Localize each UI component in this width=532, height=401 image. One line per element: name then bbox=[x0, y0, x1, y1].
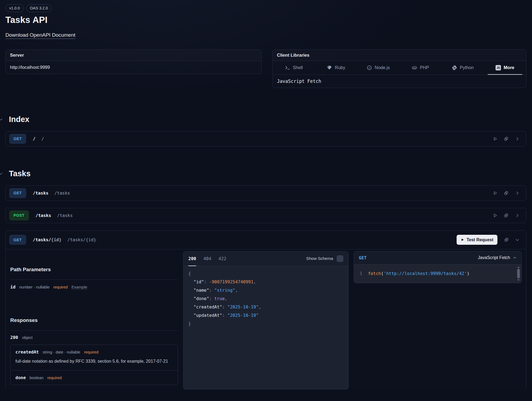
version-badge: v1.0.0 bbox=[5, 4, 24, 12]
endpoint-path-secondary: /tasks bbox=[57, 213, 73, 218]
method-badge-get: GET bbox=[9, 188, 26, 198]
code-token: : bbox=[209, 296, 214, 301]
property-type: string · date · nullable bbox=[43, 350, 80, 354]
endpoint-row-get-tasks[interactable]: GET /tasks /tasks bbox=[5, 185, 526, 201]
server-libraries-row: Server http://localhost:9999 Client Libr… bbox=[5, 49, 526, 88]
copy-icon[interactable] bbox=[504, 237, 509, 242]
show-schema-checkbox[interactable] bbox=[337, 255, 343, 262]
svg-text:php: php bbox=[413, 67, 416, 69]
param-example-link[interactable]: Example bbox=[72, 285, 87, 290]
status-tab-200[interactable]: 200 bbox=[188, 252, 196, 266]
svg-text:JS: JS bbox=[368, 67, 370, 69]
schema-property-createdAt: createdAt string · date · nullable requi… bbox=[11, 345, 178, 370]
download-openapi-link[interactable]: Download OpenAPI Document bbox=[5, 32, 75, 38]
code-token: 'http://localhost:9999/tasks/42' bbox=[384, 271, 467, 276]
tasks-section-header: Tasks bbox=[5, 169, 526, 178]
chevron-up-icon bbox=[513, 256, 517, 260]
language-select[interactable]: JavaScript Fetch bbox=[478, 255, 517, 260]
tab-label: Shell bbox=[293, 65, 303, 70]
code-line: } bbox=[188, 320, 343, 328]
chevron-right-icon[interactable] bbox=[515, 213, 520, 218]
method-badge-get: GET bbox=[9, 235, 26, 245]
request-sample-panel: GET JavaScript Fetch 1 fetch('http://loc… bbox=[354, 251, 522, 283]
collapse-tasks-icon[interactable] bbox=[0, 171, 3, 176]
code-token: } bbox=[188, 321, 191, 326]
request-sample-code: 1 fetch('http://localhost:9999/tasks/42'… bbox=[354, 264, 521, 283]
code-token: , bbox=[235, 288, 238, 293]
endpoint-detail: Path Parameters id number · nullable req… bbox=[6, 249, 526, 389]
endpoint-header[interactable]: GET /tasks/{id} /tasks/{id} Test Request bbox=[6, 231, 526, 249]
scrollbar[interactable] bbox=[517, 266, 520, 281]
chevron-down-icon[interactable] bbox=[515, 237, 520, 242]
scroll-down-arrow[interactable] bbox=[517, 279, 520, 281]
code-line: "updatedAt": "2025-10-19" bbox=[188, 311, 343, 320]
endpoint-row-post-tasks[interactable]: POST /tasks /tasks bbox=[5, 208, 526, 223]
javascript-icon: JS bbox=[496, 65, 501, 70]
code-token bbox=[188, 279, 193, 284]
code-token: , bbox=[259, 304, 261, 310]
play-request-icon[interactable] bbox=[493, 191, 497, 195]
code-token: : bbox=[222, 304, 227, 310]
tab-python[interactable]: Python bbox=[441, 61, 484, 74]
property-name: createdAt bbox=[15, 349, 39, 355]
property-required-badge: required bbox=[84, 350, 98, 354]
python-icon bbox=[452, 65, 457, 70]
response-schema-box: createdAt string · date · nullable requi… bbox=[10, 345, 178, 385]
tab-shell[interactable]: Shell bbox=[273, 61, 315, 74]
code-token: , bbox=[253, 279, 256, 284]
tab-php[interactable]: php PHP bbox=[399, 61, 441, 74]
response-example-header: 200 404 422 Show Schema bbox=[183, 252, 348, 266]
chevron-right-icon[interactable] bbox=[515, 191, 520, 195]
chevron-right-icon[interactable] bbox=[515, 137, 520, 141]
endpoint-row-get-root[interactable]: GET / / bbox=[5, 131, 526, 147]
code-line: "id": -9007199254740991, bbox=[188, 278, 343, 286]
responses-title: Responses bbox=[10, 317, 178, 323]
tab-nodejs[interactable]: JS Node.js bbox=[357, 61, 399, 74]
section-title-index: Index bbox=[9, 115, 29, 124]
status-tab-422[interactable]: 422 bbox=[219, 252, 226, 266]
status-tab-404[interactable]: 404 bbox=[203, 252, 211, 266]
code-token bbox=[188, 304, 193, 310]
line-number: 1 bbox=[354, 271, 368, 276]
scroll-up-arrow[interactable] bbox=[517, 266, 520, 268]
tab-label: Node.js bbox=[375, 65, 390, 70]
copy-icon[interactable] bbox=[504, 213, 508, 218]
method-badge-get: GET bbox=[9, 134, 26, 144]
client-libraries-title: Client Libraries bbox=[273, 50, 526, 61]
response-example-panel: 200 404 422 Show Schema { "id": -9007199… bbox=[183, 251, 349, 389]
play-request-icon[interactable] bbox=[493, 137, 497, 141]
copy-icon[interactable] bbox=[504, 137, 508, 141]
server-url[interactable]: http://localhost:9999 bbox=[6, 61, 261, 74]
code-token: { bbox=[188, 271, 191, 276]
response-status: 200 bbox=[10, 335, 18, 340]
copy-icon[interactable] bbox=[504, 191, 508, 195]
code-token: "2025-10-19" bbox=[227, 313, 259, 318]
play-filled-icon bbox=[461, 238, 464, 242]
response-status-row: 200 object bbox=[10, 331, 178, 345]
method-badge-post: POST bbox=[9, 210, 29, 220]
code-token: : bbox=[204, 279, 209, 284]
php-icon: php bbox=[412, 65, 417, 70]
code-line: "done": true, bbox=[188, 294, 343, 303]
server-card-title: Server bbox=[6, 50, 261, 61]
code-token: , bbox=[225, 296, 227, 301]
collapse-index-icon[interactable] bbox=[0, 117, 3, 122]
path-param: {id} bbox=[51, 237, 62, 242]
endpoint-card-get-task-by-id: GET /tasks/{id} /tasks/{id} Test Request… bbox=[5, 230, 526, 389]
endpoint-path-secondary: /tasks/{id} bbox=[68, 237, 96, 242]
scrollbar-thumb[interactable] bbox=[517, 269, 520, 278]
play-request-icon[interactable] bbox=[493, 213, 497, 218]
code-token bbox=[188, 288, 193, 293]
version-badges: v1.0.0 OAS 3.2.0 bbox=[5, 4, 526, 12]
tab-label: More bbox=[504, 65, 514, 70]
endpoint-path: /tasks bbox=[33, 191, 49, 196]
oas-badge: OAS 3.2.0 bbox=[26, 4, 52, 12]
code-token: "createdAt" bbox=[193, 304, 222, 310]
tab-ruby[interactable]: Ruby bbox=[315, 61, 357, 74]
show-schema-label: Show Schema bbox=[306, 256, 333, 261]
tab-more[interactable]: JS More bbox=[484, 61, 526, 74]
api-reference-page: v1.0.0 OAS 3.2.0 Tasks API Download Open… bbox=[0, 0, 532, 389]
tab-label: Ruby bbox=[335, 65, 345, 70]
code-token: "name" bbox=[193, 288, 209, 293]
test-request-button[interactable]: Test Request bbox=[457, 235, 497, 245]
